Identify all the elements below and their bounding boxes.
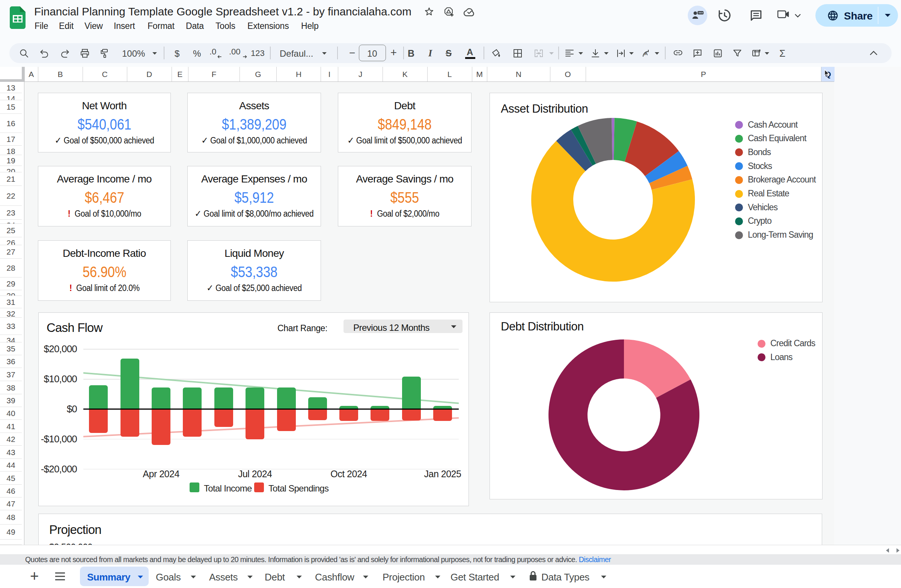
svg-text:A: A	[644, 51, 648, 56]
